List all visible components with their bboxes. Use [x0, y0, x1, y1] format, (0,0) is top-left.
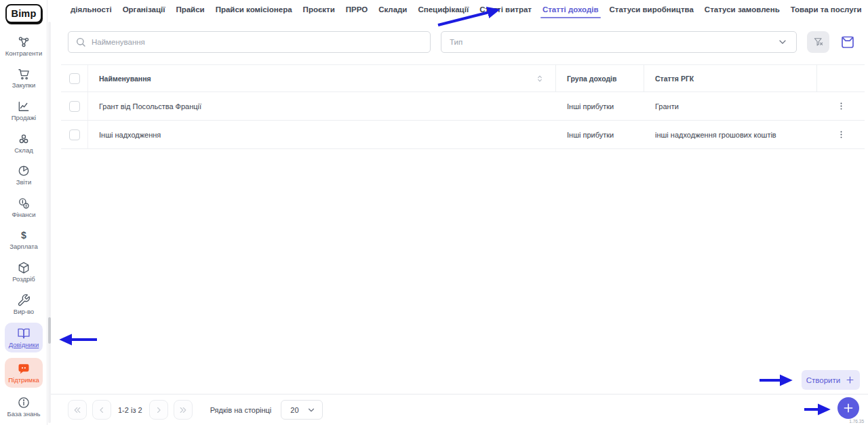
sidebar-scrollbar-track: [48, 22, 51, 423]
app-version-label: 1.76.35: [849, 419, 864, 424]
tab-diyalnosti[interactable]: діяльності: [71, 0, 112, 19]
cell-text: Інші прибутки: [567, 102, 614, 110]
sidebar-item-label: Підтримка: [8, 377, 39, 384]
cell-text: Грант від Посольства Франції: [99, 102, 201, 110]
mailbox-button[interactable]: [837, 32, 859, 52]
tab-tovary-ta-posluhy[interactable]: Товари та послуги: [791, 0, 862, 19]
sidebar-item-label: Продажі: [12, 115, 36, 121]
table-row[interactable]: Грант від Посольства Франції Інші прибут…: [61, 92, 865, 121]
search-field[interactable]: [68, 31, 431, 53]
sidebar-item-label: Звіти: [16, 179, 32, 186]
sidebar-item-label: Склад: [14, 147, 33, 154]
sidebar-item-baza-znan[interactable]: База знань: [0, 390, 47, 423]
sidebar-item-zvity[interactable]: Звіти: [0, 159, 47, 191]
row-menu-button[interactable]: [833, 98, 849, 114]
cell-text: Гранти: [655, 102, 679, 110]
sidebar-item-label: Зарплата: [9, 243, 38, 250]
type-select[interactable]: [441, 31, 797, 53]
page-range-label: 1-2 із 2: [118, 406, 142, 414]
top-nav: діяльності Організації Прайси Прайси ком…: [47, 0, 868, 19]
app-logo: Bimp: [5, 4, 42, 23]
sidebar-item-label: Закупки: [12, 82, 36, 89]
last-page-button[interactable]: [174, 400, 193, 420]
pagination-bar: 1-2 із 2 Рядків на сторінці 20: [48, 394, 868, 425]
chevron-left-icon: [97, 405, 106, 415]
select-all-checkbox[interactable]: [69, 73, 80, 84]
chevron-down-icon: [777, 37, 788, 47]
first-page-button[interactable]: [68, 400, 87, 420]
cell-income-group: Інші прибутки: [556, 92, 644, 120]
sidebar-item-zakupky[interactable]: Закупки: [0, 62, 47, 95]
tab-statusy-vyrobnytstva[interactable]: Статуси виробництва: [610, 0, 694, 19]
income-articles-table: Найменування Група доходів Стаття РГК Гр…: [61, 64, 865, 149]
sidebar-item-finansy[interactable]: Фінанси: [0, 191, 47, 224]
app-logo-text: Bimp: [11, 8, 36, 19]
sidebar-scrollbar-thumb[interactable]: [48, 317, 51, 344]
tab-spetsyfikatsii[interactable]: Специфікації: [418, 0, 469, 19]
tab-statti-vytrat[interactable]: Статті витрат: [479, 0, 532, 19]
envelope-icon: [840, 34, 856, 50]
double-chevron-right-icon: [178, 405, 188, 415]
cell-text: інші надходження грошових коштів: [655, 131, 776, 139]
cart-icon: [17, 67, 31, 81]
sidebar-item-kontragenty[interactable]: Контрагенти: [0, 30, 47, 62]
clear-filters-button[interactable]: [807, 31, 829, 53]
sidebar-item-label: Роздріб: [12, 276, 35, 283]
tab-praisy-komisionera[interactable]: Прайси комісіонера: [216, 0, 292, 19]
app-window: діяльності Організації Прайси Прайси ком…: [0, 0, 868, 425]
sidebar-item-label: Довідники: [9, 342, 39, 348]
sidebar-item-label: Вир-во: [14, 308, 34, 315]
sidebar-item-vyrobnytstvo[interactable]: Вир-во: [0, 288, 47, 321]
column-header-name: Найменування: [88, 65, 556, 92]
tab-statti-dokhodiv[interactable]: Статті доходів: [542, 0, 599, 19]
tab-organizatsii[interactable]: Організації: [123, 0, 165, 19]
column-header-income-group: Група доходів: [556, 65, 644, 92]
previous-page-button[interactable]: [92, 400, 111, 420]
column-header-rgk-article: Стаття РГК: [644, 65, 817, 92]
create-fab-button[interactable]: [837, 397, 859, 419]
sidebar-item-dovidnyky[interactable]: Довідники: [0, 320, 47, 355]
sidebar-item-prodazhi[interactable]: Продажі: [0, 94, 47, 127]
sidebar-active-pill: Довідники: [5, 323, 43, 352]
rows-per-page-value: 20: [290, 406, 298, 414]
header-checkbox-cell: [61, 65, 88, 92]
table-row[interactable]: Інші надходження Інші прибутки інші надх…: [61, 121, 865, 149]
table-header-row: Найменування Група доходів Стаття РГК: [61, 65, 865, 92]
tab-prro[interactable]: ПРРО: [346, 0, 368, 19]
column-header-actions: [817, 65, 865, 92]
sidebar-item-rozdrib[interactable]: Роздріб: [0, 256, 47, 288]
search-input[interactable]: [92, 38, 423, 46]
sidebar-item-sklad[interactable]: Склад: [0, 127, 47, 159]
stacked-spheres-icon: [17, 132, 31, 146]
rows-per-page-select[interactable]: 20: [281, 400, 323, 420]
row-checkbox[interactable]: [69, 129, 80, 140]
tab-statusy-zamovlen[interactable]: Статуси замовлень: [705, 0, 780, 19]
tab-proekty[interactable]: Проєкти: [303, 0, 335, 19]
cell-name: Грант від Посольства Франції: [88, 92, 556, 120]
line-chart-icon: [17, 100, 31, 113]
sort-icon[interactable]: [535, 73, 545, 85]
create-button[interactable]: Створити: [802, 370, 860, 390]
coins-icon: [17, 197, 31, 210]
double-chevron-left-icon: [73, 405, 82, 415]
cell-actions: [817, 92, 865, 120]
search-icon: [75, 37, 86, 47]
sidebar-item-label: База знань: [7, 411, 41, 418]
tab-praisy[interactable]: Прайси: [176, 0, 204, 19]
sidebar-item-pidtrymka[interactable]: Підтримка: [0, 355, 47, 390]
sidebar-item-zarplata[interactable]: $ Зарплата: [0, 224, 47, 256]
create-button-label: Створити: [806, 376, 840, 384]
cell-rgk-article: Гранти: [644, 92, 817, 120]
plus-icon: [842, 402, 854, 414]
tab-sklady[interactable]: Склади: [378, 0, 407, 19]
row-checkbox[interactable]: [69, 101, 80, 112]
cell-income-group: Інші прибутки: [556, 121, 644, 148]
row-menu-button[interactable]: [833, 127, 849, 142]
type-input[interactable]: [450, 38, 772, 46]
next-page-button[interactable]: [149, 400, 168, 420]
column-header-label: Стаття РГК: [655, 75, 694, 83]
sidebar-item-label: Контрагенти: [5, 50, 42, 57]
chat-bubble-icon: [17, 362, 31, 376]
pie-chart-icon: [17, 164, 31, 178]
cell-name: Інші надходження: [88, 121, 556, 148]
